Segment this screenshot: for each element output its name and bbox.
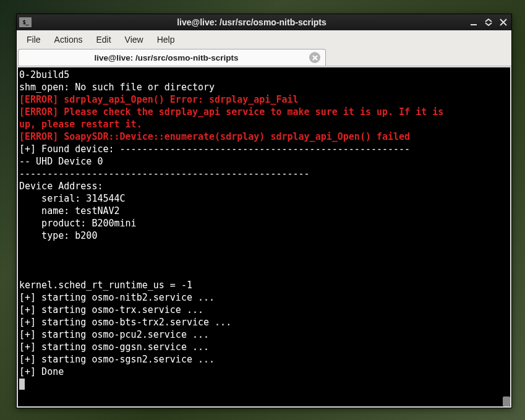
terminal-app-icon: $_ bbox=[19, 17, 32, 27]
terminal-output[interactable]: 0-2build5shm_open: No such file or direc… bbox=[18, 67, 510, 406]
window-title: live@live: /usr/src/osmo-nitb-scripts bbox=[35, 17, 468, 27]
maximize-icon bbox=[485, 19, 492, 26]
close-button[interactable] bbox=[498, 17, 509, 28]
terminal-line: [+] starting osmo-bts-trx2.service ... bbox=[19, 316, 509, 328]
tab-close-button[interactable] bbox=[309, 52, 320, 63]
menu-help[interactable]: Help bbox=[151, 32, 181, 47]
terminal-line: [+] Found device: ----------------------… bbox=[19, 143, 509, 155]
terminal-line: [+] starting osmo-nitb2.service ... bbox=[19, 291, 509, 304]
minimize-button[interactable] bbox=[468, 17, 479, 28]
terminal-line bbox=[19, 254, 509, 267]
terminal-line: Device Address: bbox=[19, 180, 509, 192]
terminal-cursor bbox=[19, 379, 25, 390]
terminal-line: [ERROR] SoapySDR::Device::enumerate(sdrp… bbox=[19, 131, 509, 143]
terminal-line: 0-2build5 bbox=[19, 69, 509, 81]
close-icon bbox=[500, 19, 507, 26]
terminal-line: serial: 314544C bbox=[19, 192, 509, 205]
terminal-line: [ERROR] Please check the sdrplay_api ser… bbox=[19, 106, 509, 118]
terminal-line: [+] starting osmo-ggsn.service ... bbox=[19, 341, 509, 353]
menu-edit[interactable]: Edit bbox=[90, 32, 117, 47]
window-controls bbox=[468, 17, 509, 28]
titlebar[interactable]: $_ live@live: /usr/src/osmo-nitb-scripts bbox=[17, 14, 511, 30]
tab-title: live@live: /usr/src/osmo-nitb-scripts bbox=[23, 53, 309, 62]
terminal-tab[interactable]: live@live: /usr/src/osmo-nitb-scripts bbox=[18, 49, 326, 66]
terminal-line: -- UHD Device 0 bbox=[19, 155, 509, 168]
terminal-line: ----------------------------------------… bbox=[19, 168, 509, 180]
terminal-line: up, please restart it. bbox=[19, 118, 509, 131]
terminal-line bbox=[19, 267, 509, 279]
close-icon bbox=[312, 55, 318, 61]
menu-file[interactable]: File bbox=[20, 32, 47, 47]
scrollbar-thumb[interactable] bbox=[503, 396, 510, 406]
terminal-line: [+] starting osmo-trx.service ... bbox=[19, 304, 509, 316]
terminal-line: [+] Done bbox=[19, 366, 509, 378]
terminal-line: shm_open: No such file or directory bbox=[19, 81, 509, 93]
tab-bar: live@live: /usr/src/osmo-nitb-scripts bbox=[17, 49, 511, 66]
maximize-button[interactable] bbox=[483, 17, 494, 28]
terminal-line: product: B200mini bbox=[19, 217, 509, 229]
terminal-line: type: b200 bbox=[19, 229, 509, 242]
terminal-line: kernel.sched_rt_runtime_us = -1 bbox=[19, 279, 509, 291]
menubar: File Actions Edit View Help bbox=[17, 30, 511, 49]
terminal-container: 0-2build5shm_open: No such file or direc… bbox=[17, 66, 511, 408]
menu-view[interactable]: View bbox=[119, 32, 150, 47]
terminal-line: [+] starting osmo-pcu2.service ... bbox=[19, 328, 509, 341]
minimize-icon bbox=[470, 19, 477, 26]
terminal-line: name: testNAV2 bbox=[19, 205, 509, 217]
menu-actions[interactable]: Actions bbox=[48, 32, 89, 47]
terminal-cursor-line bbox=[19, 378, 509, 390]
terminal-line bbox=[19, 242, 509, 254]
terminal-scrollbar[interactable] bbox=[503, 67, 510, 406]
terminal-line: [ERROR] sdrplay_api_Open() Error: sdrpla… bbox=[19, 93, 509, 106]
terminal-line: [+] starting osmo-sgsn2.service ... bbox=[19, 353, 509, 366]
terminal-window: $_ live@live: /usr/src/osmo-nitb-scripts… bbox=[16, 14, 512, 408]
